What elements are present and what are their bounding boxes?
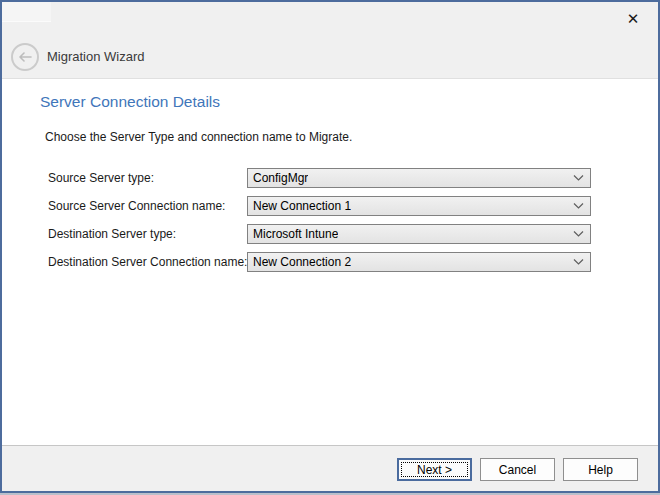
field-row-destination-connection-name: Destination Server Connection name: New … [2, 252, 658, 272]
dropdown-selected-value: New Connection 1 [248, 199, 351, 213]
destination-connection-name-label: Destination Server Connection name: [48, 252, 247, 272]
wizard-content: Server Connection Details Choose the Ser… [2, 79, 658, 445]
close-icon: ✕ [627, 10, 640, 28]
migration-wizard-window: ✕ Migration Wizard Server Connection Det… [0, 0, 660, 493]
wizard-title: Migration Wizard [47, 49, 145, 64]
chevron-down-icon [573, 231, 584, 238]
wizard-header: Migration Wizard [2, 32, 658, 78]
page-title: Server Connection Details [40, 93, 220, 111]
screen: ✕ Migration Wizard Server Connection Det… [0, 0, 660, 495]
dropdown-selected-value: ConfigMgr [248, 171, 308, 185]
dropdown-selected-value: Microsoft Intune [248, 227, 338, 241]
dropdown-selected-value: New Connection 2 [248, 255, 351, 269]
chevron-down-icon [573, 175, 584, 182]
source-connection-name-label: Source Server Connection name: [48, 196, 225, 216]
chevron-down-icon [573, 203, 584, 210]
page-description: Choose the Server Type and connection na… [45, 130, 352, 144]
source-server-type-label: Source Server type: [48, 168, 154, 188]
destination-server-type-dropdown[interactable]: Microsoft Intune [247, 224, 591, 244]
source-server-type-dropdown[interactable]: ConfigMgr [247, 168, 591, 188]
field-row-source-connection-name: Source Server Connection name: New Conne… [2, 196, 658, 216]
field-row-destination-server-type: Destination Server type: Microsoft Intun… [2, 224, 658, 244]
close-button[interactable]: ✕ [614, 5, 652, 32]
cancel-button[interactable]: Cancel [480, 458, 555, 481]
field-row-source-server-type: Source Server type: ConfigMgr [2, 168, 658, 188]
button-bar: Next > Cancel Help [2, 446, 658, 491]
help-button[interactable]: Help [563, 458, 638, 481]
titlebar-highlight [2, 2, 51, 22]
chevron-down-icon [573, 259, 584, 266]
destination-server-type-label: Destination Server type: [48, 224, 176, 244]
back-button[interactable] [11, 43, 39, 71]
next-button[interactable]: Next > [397, 458, 472, 481]
back-arrow-icon [18, 52, 32, 62]
destination-connection-name-dropdown[interactable]: New Connection 2 [247, 252, 591, 272]
source-connection-name-dropdown[interactable]: New Connection 1 [247, 196, 591, 216]
